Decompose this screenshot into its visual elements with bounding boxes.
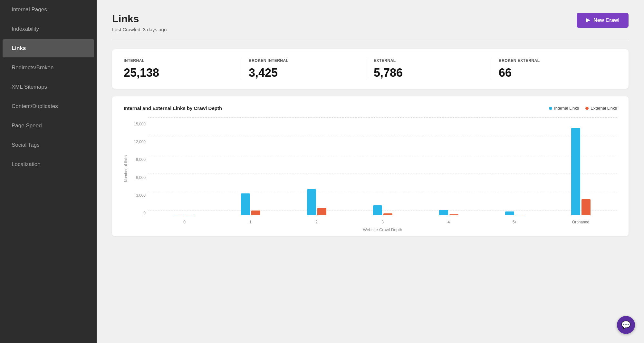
bar-external: [515, 215, 524, 215]
x-label: Orphaned: [571, 220, 591, 224]
new-crawl-label: New Crawl: [593, 17, 620, 23]
last-crawled-label: Last Crawled: 3 days ago: [112, 27, 167, 32]
bar-internal: [571, 128, 580, 215]
sidebar: Internal PagesIndexabilityLinksRedirects…: [0, 0, 97, 343]
y-label: 6,000: [136, 175, 146, 180]
stat-value-broken-internal: 3,425: [249, 66, 360, 80]
bar-external: [251, 211, 260, 215]
bar-group: [439, 210, 458, 215]
header-divider: [112, 40, 629, 40]
bar-internal: [373, 205, 382, 215]
stat-value-external: 5,786: [374, 66, 485, 80]
stats-card: INTERNAL 25,138 BROKEN INTERNAL 3,425 EX…: [112, 49, 629, 89]
play-icon: [586, 18, 590, 23]
sidebar-item-xml-sitemaps[interactable]: XML Sitemaps: [3, 78, 94, 96]
legend-label-internal-links: Internal Links: [554, 106, 579, 111]
grid-line: [148, 117, 617, 118]
bar-external: [185, 215, 194, 215]
sidebar-item-content-duplicates[interactable]: Content/Duplicates: [3, 97, 94, 115]
legend-external-links: External Links: [585, 106, 617, 111]
legend-label-external-links: External Links: [591, 106, 617, 111]
chart-area: 012345+Orphaned Website Crawl Depth: [148, 117, 617, 227]
stat-internal: INTERNAL 25,138: [124, 58, 242, 80]
bar-external: [582, 199, 591, 215]
bar-group: [307, 189, 326, 215]
bar-internal: [439, 210, 448, 215]
bar-external: [449, 214, 458, 215]
y-label: 3,000: [136, 193, 146, 198]
stat-external: EXTERNAL 5,786: [367, 58, 492, 80]
sidebar-item-indexability[interactable]: Indexability: [3, 20, 94, 38]
y-axis: 03,0006,0009,00012,00015,000: [130, 122, 146, 215]
chat-icon: 💬: [621, 320, 631, 329]
chart-header: Internal and External Links by Crawl Dep…: [124, 105, 617, 111]
bars-row: [148, 122, 617, 215]
stat-broken-external: BROKEN EXTERNAL 66: [492, 58, 617, 80]
y-label: 15,000: [134, 122, 146, 126]
x-label: 3: [373, 220, 392, 224]
bar-group: [175, 215, 194, 215]
bar-internal: [241, 193, 250, 215]
bar-internal: [307, 189, 316, 215]
legend-internal-links: Internal Links: [549, 106, 579, 111]
bar-group: [505, 211, 524, 215]
bar-group: [373, 205, 392, 215]
x-axis-labels: 012345+Orphaned: [148, 220, 617, 224]
y-axis-title: Number of links: [124, 122, 128, 215]
x-axis-title: Website Crawl Depth: [148, 227, 617, 232]
legend-dot-internal-links: [549, 107, 552, 110]
bar-group: [241, 193, 260, 215]
stat-label-internal: INTERNAL: [124, 58, 235, 63]
x-label: 2: [307, 220, 326, 224]
y-label: 9,000: [136, 157, 146, 162]
chart-legend: Internal Links External Links: [549, 106, 617, 111]
stat-value-broken-external: 66: [499, 66, 610, 80]
main-content: Links Last Crawled: 3 days ago New Crawl…: [97, 0, 644, 343]
sidebar-item-social-tags[interactable]: Social Tags: [3, 136, 94, 154]
stat-label-external: EXTERNAL: [374, 58, 485, 63]
stat-broken-internal: BROKEN INTERNAL 3,425: [242, 58, 367, 80]
bar-internal: [175, 215, 184, 215]
title-block: Links Last Crawled: 3 days ago: [112, 13, 167, 32]
y-label: 0: [143, 211, 146, 215]
new-crawl-button[interactable]: New Crawl: [577, 13, 629, 28]
sidebar-item-redirects-broken[interactable]: Redirects/Broken: [3, 59, 94, 77]
x-label: 0: [175, 220, 194, 224]
bar-group: [571, 128, 591, 215]
bar-external: [383, 213, 392, 215]
sidebar-item-localization[interactable]: Localization: [3, 155, 94, 173]
sidebar-item-page-speed[interactable]: Page Speed: [3, 117, 94, 135]
page-header: Links Last Crawled: 3 days ago New Crawl: [112, 13, 629, 32]
chat-button[interactable]: 💬: [617, 316, 635, 334]
stat-value-internal: 25,138: [124, 66, 235, 80]
bar-internal: [505, 211, 514, 215]
stat-label-broken-internal: BROKEN INTERNAL: [249, 58, 360, 63]
bar-external: [317, 208, 326, 215]
x-label: 5+: [505, 220, 524, 224]
chart-title: Internal and External Links by Crawl Dep…: [124, 105, 222, 111]
legend-dot-external-links: [585, 107, 589, 110]
x-label: 4: [439, 220, 458, 224]
stat-label-broken-external: BROKEN EXTERNAL: [499, 58, 610, 63]
chart-container: Number of links 03,0006,0009,00012,00015…: [124, 117, 617, 227]
x-label: 1: [241, 220, 260, 224]
page-title: Links: [112, 13, 167, 25]
sidebar-item-internal-pages[interactable]: Internal Pages: [3, 1, 94, 19]
sidebar-item-links[interactable]: Links: [3, 39, 94, 57]
y-label: 12,000: [134, 140, 146, 144]
chart-card: Internal and External Links by Crawl Dep…: [112, 96, 629, 236]
